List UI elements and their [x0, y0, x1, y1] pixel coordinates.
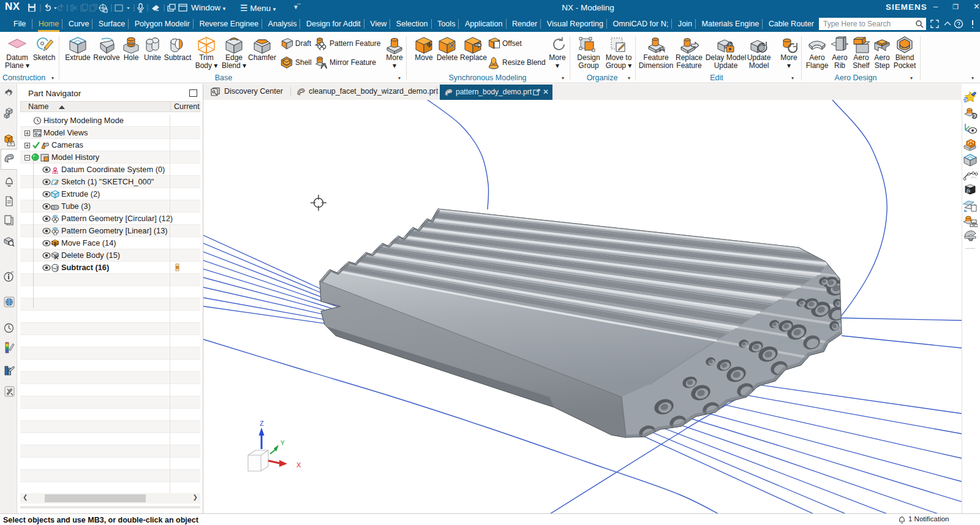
svg-text:Z: Z — [260, 420, 264, 427]
svg-text:Y: Y — [281, 440, 285, 447]
svg-text:fx: fx — [967, 187, 971, 194]
svg-text:X: X — [296, 461, 301, 469]
